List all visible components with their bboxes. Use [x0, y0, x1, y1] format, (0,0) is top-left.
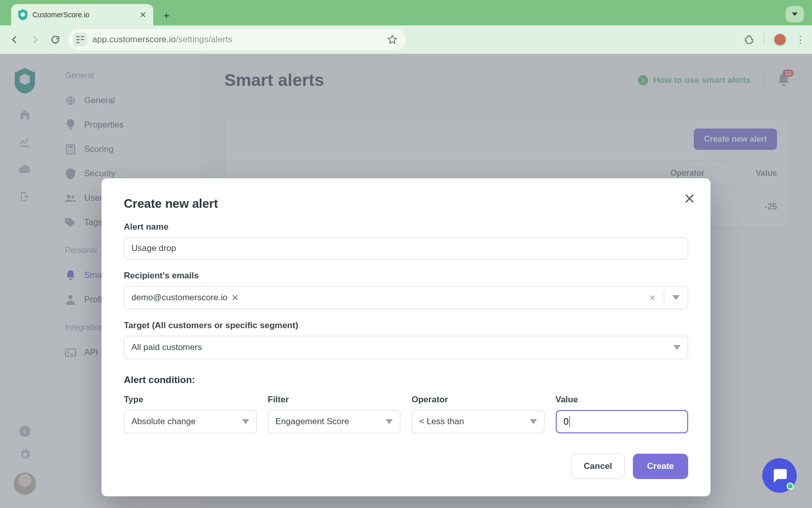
tab-close-icon[interactable]: ✕ — [140, 10, 146, 20]
create-button[interactable]: Create — [633, 454, 688, 479]
window-tabs-dropdown[interactable] — [786, 6, 804, 22]
target-select[interactable]: All paid customers — [124, 336, 688, 359]
svg-rect-2 — [76, 42, 80, 43]
url-text: app.customerscore.io/settings/alerts — [92, 35, 232, 45]
alert-name-input[interactable] — [124, 237, 688, 260]
new-tab-button[interactable]: ＋ — [158, 7, 175, 23]
email-tag-remove-icon[interactable]: ✕ — [231, 293, 239, 303]
chevron-down-icon — [242, 419, 249, 424]
create-alert-modal: Create new alert ✕ Alert name Recipient'… — [101, 178, 710, 496]
svg-rect-4 — [81, 39, 84, 40]
type-select[interactable]: Absolute change — [124, 410, 257, 433]
svg-rect-1 — [76, 39, 80, 40]
modal-close-button[interactable]: ✕ — [684, 190, 695, 207]
filter-value: Engagement Score — [276, 417, 350, 427]
svg-rect-0 — [76, 36, 80, 37]
chevron-down-icon — [386, 419, 393, 424]
nav-back-button[interactable] — [7, 32, 22, 47]
text-caret — [569, 416, 570, 427]
operator-label: Operator — [412, 395, 545, 405]
value-input[interactable]: 0 — [556, 410, 689, 433]
type-value: Absolute change — [131, 417, 196, 427]
filter-label: Filter — [268, 395, 401, 405]
alert-name-label: Alert name — [124, 222, 688, 232]
browser-toolbar: app.customerscore.io/settings/alerts ⋮ — [0, 25, 812, 54]
condition-heading: Alert condition: — [124, 374, 688, 386]
chat-fab[interactable] — [762, 458, 797, 493]
filter-select[interactable]: Engagement Score — [268, 410, 401, 433]
nav-reload-button[interactable] — [48, 32, 63, 47]
clear-emails-icon[interactable]: ✕ — [649, 293, 656, 303]
bookmark-icon[interactable] — [387, 34, 398, 45]
target-value: All paid customers — [131, 342, 202, 353]
favicon — [18, 9, 27, 20]
operator-select[interactable]: < Less than — [412, 410, 545, 433]
value-label: Value — [556, 395, 689, 405]
target-label: Target (All customers or specific segmen… — [124, 321, 688, 331]
modal-title: Create new alert — [124, 197, 688, 211]
email-tag-text: demo@customerscore.io — [131, 293, 227, 303]
tab-title: CustomerScore.io — [32, 11, 134, 19]
browser-tab[interactable]: CustomerScore.io ✕ — [11, 4, 153, 25]
browser-tab-strip: CustomerScore.io ✕ ＋ — [0, 0, 812, 25]
nav-forward-button[interactable] — [27, 32, 43, 47]
cancel-button[interactable]: Cancel — [571, 454, 625, 479]
browser-menu-icon[interactable]: ⋮ — [796, 34, 805, 45]
emails-label: Recipient's emails — [124, 271, 688, 281]
profile-avatar[interactable] — [773, 33, 787, 46]
site-info-icon[interactable] — [73, 33, 87, 47]
email-tag: demo@customerscore.io ✕ — [128, 291, 242, 305]
value-text: 0 — [564, 417, 569, 427]
extensions-icon[interactable] — [743, 34, 755, 45]
chevron-down-icon — [673, 345, 681, 350]
type-label: Type — [124, 395, 257, 405]
svg-rect-3 — [81, 36, 84, 37]
presence-dot — [787, 483, 794, 490]
chevron-down-icon — [530, 419, 537, 424]
emails-input[interactable]: demo@customerscore.io ✕ ✕ — [124, 286, 688, 309]
chevron-down-icon[interactable] — [672, 295, 680, 300]
address-bar[interactable]: app.customerscore.io/settings/alerts — [68, 29, 406, 50]
tagbox-separator — [664, 292, 664, 303]
operator-value: < Less than — [419, 417, 464, 427]
toolbar-separator — [764, 34, 764, 46]
